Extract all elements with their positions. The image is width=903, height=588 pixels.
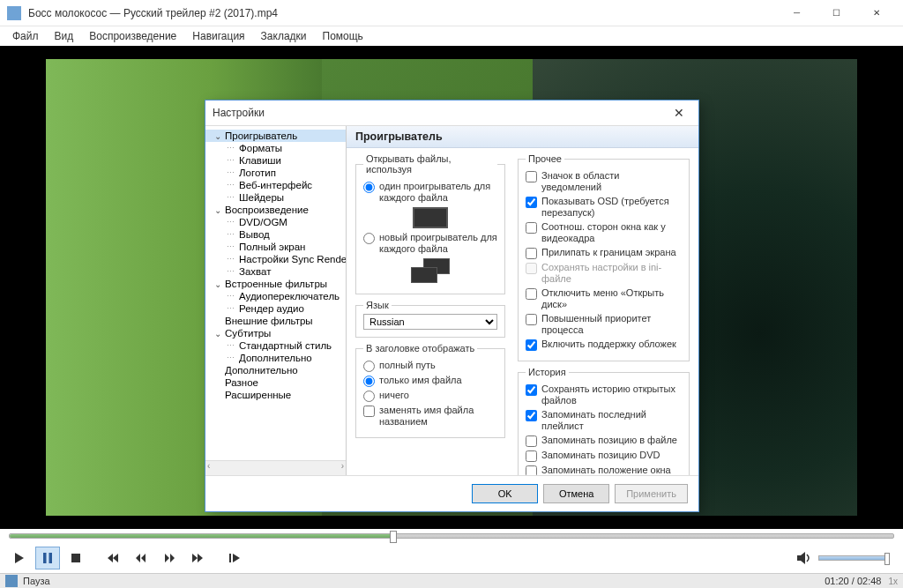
check-osd[interactable]: Показывать OSD (требуется перезапуск) <box>526 196 682 219</box>
status-text: Пауза <box>23 576 50 586</box>
radio-filename[interactable]: только имя файла <box>363 375 497 387</box>
status-icon <box>5 575 18 587</box>
tree-subext[interactable]: Дополнительно <box>205 352 346 364</box>
settings-tree[interactable]: ⌄Проигрыватель Форматы Клавиши Логотип В… <box>205 126 347 475</box>
tree-playback[interactable]: ⌄Воспроизведение <box>205 204 346 216</box>
tree-web[interactable]: Веб-интерфейс <box>205 179 346 191</box>
multi-player-icon <box>411 258 450 283</box>
forward-button[interactable] <box>157 547 182 569</box>
play-button[interactable] <box>7 547 32 569</box>
tree-hscroll[interactable]: ‹› <box>205 460 346 475</box>
menu-playback[interactable]: Воспроизведение <box>82 28 183 44</box>
apply-button[interactable]: Применить <box>615 484 688 503</box>
seek-bar[interactable] <box>0 529 903 543</box>
pause-button[interactable] <box>35 547 60 569</box>
menu-bar: Файл Вид Воспроизведение Навигация Закла… <box>0 26 903 46</box>
group-other: Прочее Значок в области уведомлений Пока… <box>518 153 690 361</box>
check-ini: Сохранять настройки в ini-файле <box>526 262 682 285</box>
menu-view[interactable]: Вид <box>48 28 81 44</box>
group-open-files: Открывать файлы, используя один проигрыв… <box>355 153 505 294</box>
menu-navigation[interactable]: Навигация <box>185 28 251 44</box>
stop-button[interactable] <box>63 547 88 569</box>
svg-rect-1 <box>49 553 53 563</box>
volume-slider[interactable] <box>818 555 889 561</box>
dialog-titlebar[interactable]: Настройки ✕ <box>205 100 698 125</box>
cancel-button[interactable]: Отмена <box>543 484 609 503</box>
tree-adv[interactable]: Расширенные <box>205 389 346 401</box>
settings-panel: Проигрыватель Открывать файлы, используя… <box>347 126 698 475</box>
tree-subs[interactable]: ⌄Субтитры <box>205 327 346 339</box>
window-title: Босс молокосос — Русский трейлер #2 (201… <box>28 7 777 19</box>
group-title-display: В заголовке отображать полный путь тольк… <box>355 343 505 438</box>
playback-controls <box>0 543 903 573</box>
panel-title: Проигрыватель <box>347 126 698 148</box>
ok-button[interactable]: OK <box>472 484 538 503</box>
menu-help[interactable]: Помощь <box>316 28 370 44</box>
check-priority[interactable]: Повышенный приоритет процесса <box>526 313 682 336</box>
tree-fullscreen[interactable]: Полный экран <box>205 241 346 253</box>
status-scale: 1x <box>888 577 898 586</box>
svg-rect-3 <box>229 554 231 562</box>
tree-misc[interactable]: Разное <box>205 376 346 389</box>
status-time: 01:20 / 02:48 <box>825 576 881 586</box>
tree-substd[interactable]: Стандартный стиль <box>205 339 346 352</box>
menu-file[interactable]: Файл <box>5 28 46 44</box>
check-hist-dvd[interactable]: Запоминать позицию DVD <box>526 450 682 462</box>
one-player-icon <box>413 207 448 228</box>
dialog-buttons: OK Отмена Применить <box>205 475 698 510</box>
radio-one-player[interactable]: один проигрыватель для каждого файла <box>363 181 497 204</box>
close-button[interactable]: ✕ <box>856 0 896 26</box>
check-replace-name[interactable]: заменять имя файла названием <box>363 405 497 428</box>
settings-dialog: Настройки ✕ ⌄Проигрыватель Форматы Клави… <box>205 100 699 512</box>
svg-rect-0 <box>43 553 47 563</box>
tree-audiorender[interactable]: Рендер аудио <box>205 302 346 315</box>
tree-formats[interactable]: Форматы <box>205 142 346 154</box>
radio-fullpath[interactable]: полный путь <box>363 360 497 372</box>
check-tray[interactable]: Значок в области уведомлений <box>526 170 682 193</box>
next-button[interactable] <box>185 547 210 569</box>
check-aspect[interactable]: Соотнош. сторон окна как у видеокадра <box>526 221 682 244</box>
check-disc-menu[interactable]: Отключить меню «Открыть диск» <box>526 287 682 310</box>
radio-new-player[interactable]: новый проигрыватель для каждого файла <box>363 232 497 255</box>
check-hist-pos[interactable]: Запоминать позицию в файле <box>526 435 682 447</box>
tree-player[interactable]: ⌄Проигрыватель <box>205 130 346 142</box>
radio-nothing[interactable]: ничего <box>363 390 497 402</box>
tree-sync[interactable]: Настройки Sync Render <box>205 253 346 265</box>
tree-dvd[interactable]: DVD/OGM <box>205 216 346 228</box>
group-history: История Сохранять историю открытых файло… <box>518 367 690 475</box>
seek-thumb[interactable] <box>390 531 397 543</box>
tree-shaders[interactable]: Шейдеры <box>205 191 346 204</box>
group-language: Язык Russian <box>355 300 505 338</box>
dialog-close-button[interactable]: ✕ <box>667 103 691 123</box>
volume-icon[interactable] <box>797 552 813 564</box>
status-bar: Пауза 01:20 / 02:48 1x <box>0 573 903 588</box>
window-titlebar: Босс молокосос — Русский трейлер #2 (201… <box>0 0 903 26</box>
tree-audiosw[interactable]: Аудиопереключатель <box>205 290 346 302</box>
tree-capture[interactable]: Захват <box>205 265 346 278</box>
menu-bookmarks[interactable]: Закладки <box>254 28 314 44</box>
app-icon <box>7 6 21 20</box>
check-snap[interactable]: Прилипать к границам экрана <box>526 247 682 259</box>
tree-output[interactable]: Вывод <box>205 228 346 241</box>
rewind-button[interactable] <box>129 547 153 569</box>
tree-logo[interactable]: Логотип <box>205 167 346 179</box>
prev-button[interactable] <box>101 547 125 569</box>
check-hist-playlist[interactable]: Запоминать последний плейлист <box>526 409 682 432</box>
check-hist-files[interactable]: Сохранять историю открытых файлов <box>526 383 682 406</box>
tree-keys[interactable]: Клавиши <box>205 154 346 167</box>
step-button[interactable] <box>222 547 247 569</box>
check-covers[interactable]: Включить поддержку обложек <box>526 339 682 351</box>
tree-intfilters[interactable]: ⌄Встроенные фильтры <box>205 278 346 290</box>
svg-rect-2 <box>71 554 80 562</box>
language-select[interactable]: Russian <box>363 314 497 330</box>
tree-addl[interactable]: Дополнительно <box>205 364 346 376</box>
tree-extfilters[interactable]: Внешние фильтры <box>205 315 346 327</box>
minimize-button[interactable]: ─ <box>777 0 817 26</box>
check-hist-winpos[interactable]: Запоминать положение окна <box>526 465 682 475</box>
maximize-button[interactable]: ☐ <box>817 0 856 26</box>
dialog-title: Настройки <box>213 107 265 119</box>
